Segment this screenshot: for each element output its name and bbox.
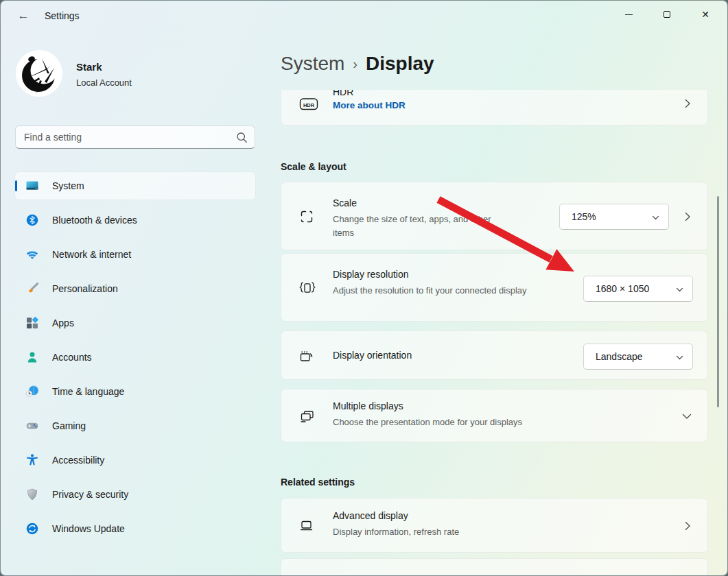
maximize-button[interactable] xyxy=(651,1,683,28)
advanced-display-icon xyxy=(299,518,316,533)
scale-subtitle: Change the size of text, apps, and other… xyxy=(333,213,513,240)
system-icon xyxy=(25,179,39,193)
sidebar-item-label: Accessibility xyxy=(52,455,104,466)
sidebar-item-label: Accounts xyxy=(52,352,92,363)
display-resolution-card: Display resolution Adjust the resolution… xyxy=(281,253,708,322)
sidebar-item-label: Privacy & security xyxy=(52,489,128,500)
display-resolution-dropdown[interactable]: 1680 × 1050 xyxy=(583,276,693,302)
minimize-icon xyxy=(625,14,633,15)
scale-icon xyxy=(299,209,314,224)
multiple-displays-subtitle: Choose the presentation mode for your di… xyxy=(333,416,621,429)
sidebar-item-gaming[interactable]: Gaming xyxy=(15,412,255,440)
more-about-hdr-link[interactable]: More about HDR xyxy=(333,100,406,110)
avatar-logo xyxy=(16,50,62,97)
selected-accent-bar xyxy=(15,180,17,191)
breadcrumb-parent[interactable]: System xyxy=(281,53,344,74)
sidebar-item-windows-update[interactable]: Windows Update xyxy=(15,515,255,542)
advanced-display-title: Advanced display xyxy=(333,510,408,521)
sidebar-item-label: Network & internet xyxy=(52,249,131,260)
back-icon: ← xyxy=(18,9,30,22)
privacy-security-icon xyxy=(25,488,39,501)
partial-card xyxy=(281,558,708,576)
hdr-title: HDR xyxy=(333,90,353,97)
personalization-icon xyxy=(25,282,39,296)
time-language-icon xyxy=(25,385,39,398)
chevron-down-icon xyxy=(676,286,683,293)
section-header-scale-layout: Scale & layout xyxy=(281,161,347,172)
sidebar-item-label: Time & language xyxy=(52,386,124,397)
titlebar: ← Settings ✕ xyxy=(1,1,727,31)
chevron-right-icon[interactable] xyxy=(683,212,692,221)
display-resolution-icon xyxy=(299,280,316,296)
multiple-displays-card[interactable]: Multiple displays Choose the presentatio… xyxy=(281,389,708,442)
account-type: Local Account xyxy=(76,77,132,88)
back-button[interactable]: ← xyxy=(12,6,35,25)
search-input[interactable] xyxy=(16,126,255,148)
close-icon: ✕ xyxy=(701,10,709,19)
sidebar-item-accounts[interactable]: Accounts xyxy=(15,344,255,371)
hdr-card-clip: HDR HDR More about HDR xyxy=(281,90,708,125)
minimize-button[interactable] xyxy=(613,1,644,28)
sidebar-item-system[interactable]: System xyxy=(15,172,255,200)
sidebar-item-personalization[interactable]: Personalization xyxy=(15,275,255,302)
accessibility-icon xyxy=(25,453,39,467)
sidebar-item-label: Apps xyxy=(52,317,74,328)
sidebar-item-label: Gaming xyxy=(52,420,86,431)
display-orientation-value: Landscape xyxy=(596,351,643,362)
scale-title: Scale xyxy=(333,197,357,208)
display-orientation-dropdown[interactable]: Landscape xyxy=(583,344,693,370)
multiple-displays-title: Multiple displays xyxy=(333,400,403,411)
sidebar-item-label: Personalization xyxy=(52,283,118,294)
sidebar-item-privacy-security[interactable]: Privacy & security xyxy=(15,481,255,508)
scale-dropdown[interactable]: 125% xyxy=(559,204,669,230)
svg-text:HDR: HDR xyxy=(303,102,315,108)
gaming-icon xyxy=(25,419,39,433)
vertical-scrollbar[interactable] xyxy=(717,196,719,407)
sidebar-item-accessibility[interactable]: Accessibility xyxy=(15,446,255,474)
chevron-down-icon xyxy=(652,214,659,221)
apps-icon xyxy=(25,316,39,330)
sidebar-item-network-internet[interactable]: Network & internet xyxy=(15,241,255,268)
sidebar-item-time-language[interactable]: Time & language xyxy=(15,378,255,405)
sidebar-item-bluetooth-devices[interactable]: Bluetooth & devices xyxy=(15,206,255,234)
windows-update-icon xyxy=(25,522,39,536)
sidebar-item-label: System xyxy=(52,180,84,191)
sidebar-nav: System Bluetooth & devices Network & int… xyxy=(15,172,255,549)
display-resolution-subtitle: Adjust the resolution to fit your connec… xyxy=(333,284,541,298)
display-orientation-icon xyxy=(299,349,316,364)
chevron-down-icon xyxy=(676,354,683,361)
hdr-badge-icon: HDR xyxy=(299,97,318,112)
settings-window: ← Settings ✕ Stark Local Account xyxy=(0,0,728,576)
advanced-display-subtitle: Display information, refresh rate xyxy=(333,525,621,539)
avatar[interactable] xyxy=(16,50,62,97)
sidebar-item-apps[interactable]: Apps xyxy=(15,309,255,337)
display-orientation-card: Display orientation Landscape xyxy=(281,331,708,380)
maximize-icon xyxy=(664,11,670,18)
multiple-displays-icon xyxy=(299,409,316,424)
chevron-right-icon xyxy=(683,99,692,108)
breadcrumb: System›Display xyxy=(281,53,434,75)
chevron-down-icon[interactable] xyxy=(681,411,692,422)
advanced-display-card[interactable]: Advanced display Display information, re… xyxy=(281,498,708,553)
window-title: Settings xyxy=(45,10,80,21)
accounts-icon xyxy=(25,350,39,364)
scale-value: 125% xyxy=(572,211,596,222)
scale-card: Scale Change the size of text, apps, and… xyxy=(281,182,708,250)
network-icon xyxy=(25,248,39,261)
hdr-card[interactable]: HDR HDR More about HDR xyxy=(281,90,708,125)
section-header-related-settings: Related settings xyxy=(281,477,355,488)
search-icon xyxy=(236,132,248,143)
search-box xyxy=(15,125,255,149)
display-resolution-title: Display resolution xyxy=(333,269,409,280)
breadcrumb-separator: › xyxy=(353,56,357,71)
chevron-right-icon xyxy=(683,521,692,531)
display-resolution-value: 1680 × 1050 xyxy=(596,283,649,294)
close-button[interactable]: ✕ xyxy=(690,1,721,28)
display-orientation-title: Display orientation xyxy=(333,350,412,361)
page-title: Display xyxy=(366,53,434,74)
sidebar-item-label: Bluetooth & devices xyxy=(52,215,137,226)
account-name: Stark xyxy=(76,61,102,73)
sidebar-item-label: Windows Update xyxy=(52,523,125,534)
bluetooth-icon xyxy=(25,213,39,227)
